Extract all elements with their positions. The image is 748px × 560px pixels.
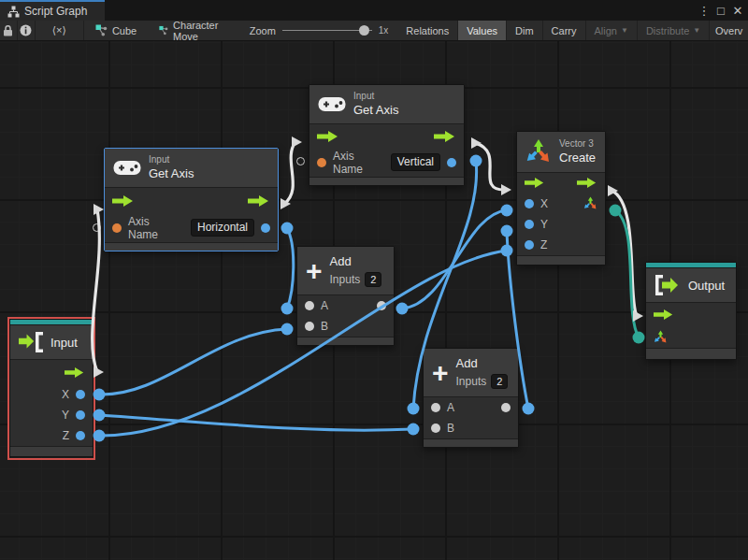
node-input[interactable]: Input X Y Z [9, 319, 94, 457]
gamepad-icon [113, 159, 141, 177]
vector3-icon [525, 138, 552, 165]
breadcrumb-character-move[interactable]: Character Move [148, 21, 240, 40]
param-label: Axis Name [128, 215, 178, 241]
code-view-button[interactable]: ⟨×⟩ [36, 21, 84, 40]
port-label: B [447, 422, 454, 435]
port-label: Y [62, 409, 69, 422]
flow-row [517, 173, 605, 194]
zoom-slider-handle[interactable] [359, 25, 369, 36]
node-get-axis-vertical[interactable]: Input Get Axis Axis Name Vertical [309, 84, 465, 186]
unconnected-port-ring [296, 157, 305, 165]
node-title: Input [50, 336, 78, 350]
inputs-count-field[interactable]: 2 [491, 374, 508, 389]
window-menu-icon[interactable]: ⋮ [696, 0, 712, 21]
port-row-b: B [424, 418, 518, 438]
flow-out-port[interactable] [65, 367, 85, 378]
flow-in-port[interactable] [654, 309, 674, 320]
values-button[interactable]: Values [458, 21, 507, 40]
node-add-top[interactable]: + Add Inputs 2 A B [296, 246, 395, 346]
node-header: Input Get Axis [105, 149, 278, 188]
flow-out-port[interactable] [577, 178, 597, 188]
input-b-port[interactable] [431, 424, 440, 433]
flow-row [309, 124, 464, 149]
breadcrumb-cube[interactable]: Cube [84, 21, 148, 40]
sum-out-port[interactable] [377, 301, 386, 310]
node-title: Add [456, 356, 509, 371]
port-label: Z [540, 238, 547, 251]
flow-out-port[interactable] [248, 195, 270, 207]
vector3-out-port[interactable] [583, 196, 597, 210]
port-row-a: A [424, 397, 518, 418]
window-maximize-icon[interactable]: □ [712, 0, 729, 21]
node-header: Input Get Axis [309, 85, 464, 124]
node-add-bottom[interactable]: + Add Inputs 2 A B [423, 348, 519, 448]
value-out-port[interactable] [447, 158, 456, 167]
lock-button[interactable] [0, 21, 18, 40]
port-label: Y [540, 218, 548, 231]
input-a-port[interactable] [431, 403, 440, 412]
x-out-port[interactable] [76, 390, 85, 399]
node-title: Create [559, 151, 596, 165]
node-header: + Add Inputs 2 [297, 247, 394, 295]
align-dropdown[interactable]: Align ▼ [586, 21, 638, 40]
axis-name-field[interactable]: Horizontal [191, 219, 254, 237]
value-out-port[interactable] [261, 223, 270, 233]
chevron-down-icon: ▼ [693, 26, 700, 35]
inputs-label: Inputs [330, 273, 361, 287]
flow-in-port[interactable] [317, 131, 339, 142]
flow-out-port[interactable] [434, 131, 456, 142]
node-output[interactable]: Output [645, 262, 737, 360]
flow-row [10, 360, 93, 384]
node-header: Vector 3 Create [517, 132, 605, 173]
node-title: Get Axis [149, 166, 194, 181]
y-out-port[interactable] [76, 410, 85, 420]
port-row-z: Z [517, 235, 605, 255]
overview-button[interactable]: Overv [710, 21, 748, 40]
input-a-port[interactable] [305, 301, 314, 310]
port-row-x: X [517, 194, 605, 214]
subgraph-icon [95, 24, 108, 36]
port-label: A [321, 299, 328, 312]
script-graph-window: Script Graph ⋮ □ ✕ ⟨×⟩ [0, 0, 748, 560]
z-input-port[interactable] [525, 240, 534, 250]
node-vector3-create[interactable]: Vector 3 Create X Y Z [516, 131, 606, 266]
flow-in-port[interactable] [112, 195, 135, 207]
port-row-y: Y [517, 214, 605, 235]
distribute-label: Distribute [646, 25, 689, 36]
node-title: Add [330, 254, 382, 269]
flow-row [105, 188, 278, 214]
axis-name-input-port[interactable] [112, 223, 122, 233]
z-out-port[interactable] [76, 431, 85, 440]
dim-button[interactable]: Dim [507, 21, 543, 40]
relations-button[interactable]: Relations [397, 21, 458, 40]
node-footer [297, 337, 394, 345]
breadcrumb-label: Character Move [173, 20, 229, 42]
node-category: Vector 3 [559, 138, 596, 151]
inputs-label: Inputs [456, 375, 487, 389]
node-get-axis-horizontal[interactable]: Input Get Axis Axis Name Horizontal [104, 148, 279, 251]
node-header: + Add Inputs 2 [424, 349, 518, 397]
y-input-port[interactable] [525, 220, 534, 229]
distribute-dropdown[interactable]: Distribute ▼ [638, 21, 710, 40]
sum-out-port[interactable] [501, 403, 511, 412]
inputs-count-field[interactable]: 2 [365, 272, 381, 287]
flow-in-port[interactable] [525, 178, 545, 188]
info-button[interactable] [18, 21, 36, 40]
vector3-in-port[interactable] [654, 330, 668, 344]
x-input-port[interactable] [525, 199, 534, 208]
tab-script-graph[interactable]: Script Graph [0, 0, 105, 21]
axis-name-input-port[interactable] [317, 158, 326, 167]
axis-name-field[interactable]: Vertical [391, 153, 440, 171]
carry-button[interactable]: Carry [543, 21, 586, 40]
port-row-a: A [297, 295, 394, 316]
param-row: Axis Name Vertical [309, 149, 464, 177]
tab-bar: Script Graph ⋮ □ ✕ [0, 0, 748, 21]
add-icon: + [306, 259, 323, 283]
zoom-slider[interactable] [282, 30, 372, 31]
input-b-port[interactable] [305, 322, 314, 331]
node-header: Input [10, 325, 93, 360]
unconnected-port-ring [93, 223, 101, 232]
node-footer [646, 348, 736, 359]
zoom-value: 1x [379, 25, 389, 36]
window-close-icon[interactable]: ✕ [729, 0, 746, 21]
